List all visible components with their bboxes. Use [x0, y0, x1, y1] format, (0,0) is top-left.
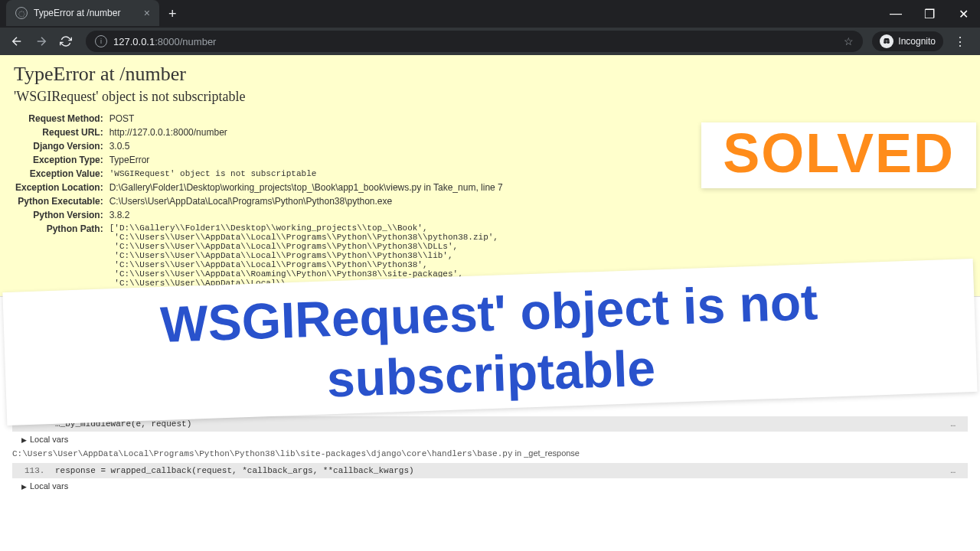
- local-vars-toggle[interactable]: ▶Local vars: [0, 433, 980, 445]
- row-value: 3.0.5: [109, 140, 503, 152]
- row-label: Request Method:: [15, 112, 108, 125]
- arrow-right-icon: ▶: [21, 483, 27, 491]
- trace-file: C:\Users\User\AppData\Local\Programs\Pyt…: [0, 445, 980, 461]
- page-title: TypeError at /number: [14, 63, 966, 86]
- row-label: Exception Location:: [15, 181, 108, 194]
- browser-tab[interactable]: ◌ TypeError at /number ×: [6, 0, 159, 26]
- exception-message: 'WSGIRequest' object is not subscriptabl…: [14, 89, 966, 105]
- incognito-icon: [880, 34, 893, 48]
- back-button[interactable]: [6, 31, 28, 52]
- row-value: POST: [109, 112, 503, 125]
- globe-icon: ◌: [15, 7, 28, 19]
- error-details-table: Request Method:POST Request URL:http://1…: [14, 111, 505, 290]
- row-label: Python Path:: [15, 223, 108, 289]
- minimize-button[interactable]: —: [879, 0, 913, 28]
- row-value: 'WSGIRequest' object is not subscriptabl…: [109, 168, 503, 180]
- bookmark-icon[interactable]: ☆: [844, 35, 854, 47]
- reload-button[interactable]: [55, 31, 77, 52]
- close-icon[interactable]: ×: [144, 7, 150, 19]
- url-text: 127.0.0.1:8000/number: [113, 36, 838, 47]
- row-label: Python Version:: [15, 209, 108, 221]
- row-value: TypeError: [109, 154, 503, 166]
- solved-text: SOLVED: [723, 126, 955, 181]
- forward-button[interactable]: [31, 31, 52, 52]
- address-bar[interactable]: i 127.0.0.1:8000/number ☆: [86, 31, 863, 52]
- row-value: 3.8.2: [109, 209, 503, 221]
- row-label: Exception Type:: [15, 154, 108, 166]
- maximize-button[interactable]: ❐: [913, 0, 946, 28]
- solved-overlay: SOLVED: [701, 122, 976, 188]
- row-label: Exception Value:: [15, 168, 108, 180]
- row-value: D:\Gallery\Folder1\Desktop\working_proje…: [109, 181, 503, 194]
- browser-titlebar: ◌ TypeError at /number × + — ❐ ✕: [0, 0, 980, 28]
- local-vars-toggle[interactable]: ▶Local vars: [0, 480, 980, 492]
- row-label: Python Executable:: [15, 195, 108, 207]
- browser-menu-button[interactable]: ⋮: [946, 34, 974, 49]
- row-value: C:\Users\User\AppData\Local\Programs\Pyt…: [109, 195, 503, 207]
- svg-point-0: [884, 41, 887, 44]
- incognito-badge[interactable]: Incognito: [872, 31, 943, 51]
- svg-point-1: [887, 41, 890, 44]
- arrow-right-icon: ▶: [21, 436, 27, 444]
- row-value: http://127.0.0.1:8000/number: [109, 126, 503, 139]
- site-info-icon[interactable]: i: [95, 35, 107, 47]
- row-label: Django Version:: [15, 140, 108, 152]
- code-line: 113. response = wrapped_callback(request…: [12, 463, 968, 478]
- window-controls: — ❐ ✕: [879, 0, 980, 28]
- close-window-button[interactable]: ✕: [946, 0, 980, 28]
- new-tab-button[interactable]: +: [159, 0, 186, 28]
- tab-title: TypeError at /number: [34, 8, 138, 18]
- browser-toolbar: i 127.0.0.1:8000/number ☆ Incognito ⋮: [0, 28, 980, 55]
- row-label: Request URL:: [15, 126, 108, 139]
